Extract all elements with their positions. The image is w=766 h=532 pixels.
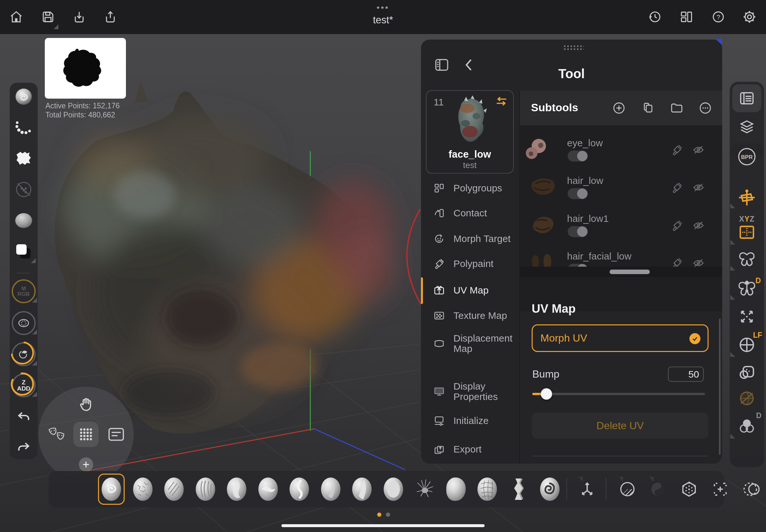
brush-stripes[interactable]	[195, 477, 216, 502]
subtools-resize-handle[interactable]	[610, 270, 650, 274]
clip-tool-button[interactable]	[679, 479, 699, 500]
brush-standard[interactable]	[101, 477, 122, 502]
brush-pinch-slab[interactable]	[508, 477, 529, 502]
brush-insert-mesh[interactable]	[414, 477, 435, 502]
menu-item-uv-map[interactable]: UV Map	[433, 281, 517, 300]
menu-item-display-properties[interactable]: Display Properties	[433, 377, 517, 406]
frame-view-button[interactable]	[730, 304, 764, 329]
brush-crease[interactable]	[289, 477, 310, 502]
stroke-button[interactable]	[10, 118, 38, 138]
page-indicator[interactable]	[377, 513, 390, 517]
history-button[interactable]	[647, 8, 663, 25]
swap-tool-button[interactable]	[495, 95, 508, 107]
brush-spiral[interactable]	[540, 477, 560, 502]
menu-item-export[interactable]: Export	[433, 440, 517, 459]
layers-panel-button[interactable]	[730, 114, 764, 139]
axis-snap-button[interactable]: XYZ	[730, 212, 764, 243]
subtool-row-hair-low1[interactable]: hair_low1	[520, 206, 722, 244]
navigation-puck[interactable]	[38, 387, 134, 482]
tool-panel-button[interactable]	[730, 86, 764, 111]
reference-card-button[interactable]	[105, 424, 127, 444]
alpha-button[interactable]	[10, 148, 38, 168]
material-button[interactable]	[10, 211, 38, 231]
projection-button[interactable]: LF	[730, 331, 764, 359]
gizmo-button[interactable]	[730, 186, 764, 209]
menu-item-texture-map[interactable]: Texture Map	[433, 306, 517, 325]
intensity-button[interactable]	[10, 343, 38, 366]
paint-subtool-button[interactable]	[670, 218, 684, 233]
folder-button[interactable]	[669, 101, 684, 115]
home-indicator[interactable]	[281, 524, 485, 527]
pose-symmetry-button[interactable]: D	[730, 276, 764, 301]
slider-track[interactable]	[532, 393, 705, 395]
polygroup-view-button[interactable]: D	[730, 411, 764, 439]
bpr-render-button[interactable]: BPR	[730, 146, 764, 167]
menu-item-polypaint[interactable]: Polypaint	[433, 254, 517, 273]
color-swatch-button[interactable]	[10, 241, 38, 262]
page-dot-active[interactable]	[377, 513, 381, 517]
subtool-toggle[interactable]	[568, 188, 588, 199]
wireframe-button[interactable]	[730, 386, 764, 411]
falloff-button[interactable]	[10, 312, 38, 334]
selection-add-button[interactable]	[710, 479, 731, 500]
active-tool-card[interactable]: 11 face_low test	[426, 90, 514, 174]
brush-clay-rough[interactable]	[132, 477, 153, 502]
zadd-mode-button[interactable]: Z ADD	[10, 374, 38, 397]
brush-trim[interactable]	[351, 477, 372, 502]
visibility-off-button[interactable]	[691, 180, 706, 195]
bump-slider[interactable]	[532, 388, 705, 399]
visibility-off-button[interactable]	[691, 143, 706, 157]
help-button[interactable]: ?	[710, 8, 727, 25]
texture-off-icon	[14, 180, 33, 199]
paint-subtool-button[interactable]	[670, 143, 684, 157]
material-rgb-mode-button[interactable]: M RGB	[10, 280, 38, 303]
masks-button[interactable]	[45, 424, 67, 444]
mask-tool-button[interactable]	[617, 479, 638, 500]
subtool-row-hair-low[interactable]: hair_low	[520, 168, 722, 206]
brush-move-topo[interactable]	[477, 477, 498, 502]
nav-grid-button[interactable]	[73, 422, 99, 447]
texture-button[interactable]	[10, 179, 38, 199]
menu-item-displacement-map[interactable]: Displacement Map	[433, 329, 517, 358]
add-subtool-button[interactable]	[612, 101, 626, 115]
menu-item-contact[interactable]: Contact	[433, 203, 517, 223]
menu-item-initialize[interactable]: Initialize	[433, 411, 517, 430]
duplicate-subtool-button[interactable]	[641, 101, 656, 115]
menu-item-polygroups[interactable]: Polygroups	[433, 178, 517, 198]
interface-layout-button[interactable]	[678, 8, 695, 25]
redo-button[interactable]	[10, 438, 38, 458]
transform-tool-button[interactable]	[577, 479, 598, 500]
page-dot[interactable]	[386, 513, 390, 517]
brush-flatten[interactable]	[383, 477, 404, 502]
settings-button[interactable]	[741, 8, 758, 25]
tool-name: face_low	[427, 149, 513, 160]
brush-snake-hook[interactable]	[258, 477, 278, 502]
nav-add-button[interactable]	[79, 457, 93, 472]
alpha-preview[interactable]	[45, 38, 126, 99]
paint-subtool-button[interactable]	[670, 180, 684, 195]
morph-uv-button[interactable]: Morph UV	[532, 324, 709, 352]
active-brush-button[interactable]	[10, 87, 38, 107]
subtool-toggle[interactable]	[568, 151, 588, 162]
brush-inflate[interactable]	[226, 477, 247, 502]
menu-item-morph-target[interactable]: Morph Target	[433, 229, 517, 248]
falloff-submenu-marker	[32, 330, 37, 334]
slider-thumb[interactable]	[541, 388, 552, 400]
subtool-row-eye-low[interactable]: eye_low	[520, 130, 722, 168]
brush-dam-standard[interactable]	[164, 477, 184, 502]
subtool-toggle[interactable]	[568, 226, 588, 237]
undo-button[interactable]	[10, 408, 38, 427]
pan-hand-button[interactable]	[75, 394, 97, 414]
panel-scrollbar[interactable]	[719, 319, 721, 455]
more-options-button[interactable]	[698, 101, 713, 115]
lasso-mode-button[interactable]	[741, 479, 762, 500]
brush-smooth[interactable]	[320, 477, 341, 502]
smooth-toggle-button[interactable]	[648, 479, 668, 500]
symmetry-button[interactable]	[730, 247, 764, 272]
visibility-off-button[interactable]	[691, 218, 706, 233]
smooth-shading-button[interactable]	[730, 360, 764, 385]
delete-uv-button[interactable]: Delete UV	[532, 413, 709, 439]
bump-value-field[interactable]: 50	[668, 367, 704, 382]
brush-move[interactable]	[446, 477, 467, 502]
panel-drag-handle[interactable]	[563, 45, 584, 50]
